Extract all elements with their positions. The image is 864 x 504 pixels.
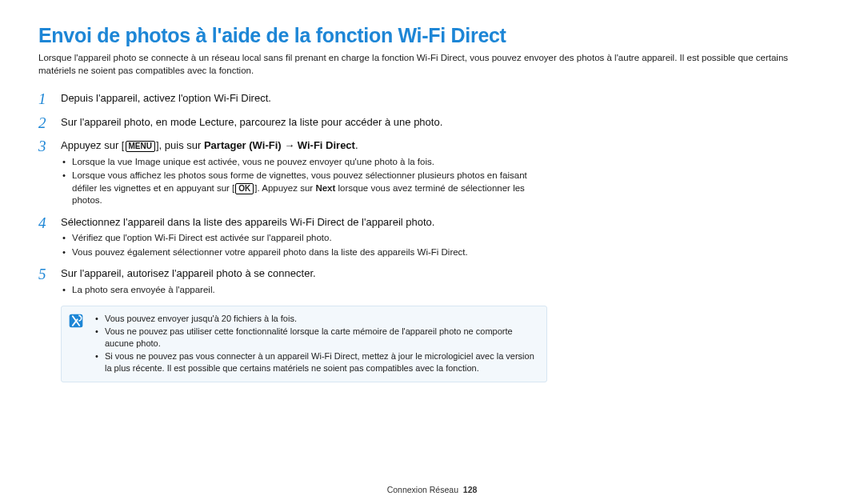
- step-body: Sélectionnez l'appareil dans la liste de…: [61, 215, 468, 261]
- text-fragment: .: [355, 139, 358, 151]
- step-number: 1: [38, 91, 61, 108]
- step-number: 5: [38, 266, 61, 283]
- step-text: Sélectionnez l'appareil dans la liste de…: [61, 215, 468, 230]
- manual-page: Envoi de photos à l'aide de la fonction …: [0, 0, 864, 504]
- step-body: Sur l'appareil, autorisez l'appareil pho…: [61, 266, 316, 298]
- note-item: Vous pouvez envoyer jusqu'à 20 fichiers …: [105, 313, 537, 325]
- step-number: 2: [38, 115, 61, 132]
- step-item: 2 Sur l'appareil photo, en mode Lecture,…: [38, 115, 550, 133]
- sub-bullet-list: Vérifiez que l'option Wi‑Fi Direct est a…: [61, 232, 468, 258]
- bold-text: Next: [315, 183, 335, 193]
- step-text: Sur l'appareil photo, en mode Lecture, p…: [61, 115, 442, 130]
- step-text: Appuyez sur [MENU], puis sur Partager (W…: [61, 138, 550, 153]
- step-item: 5 Sur l'appareil, autorisez l'appareil p…: [38, 266, 550, 298]
- text-fragment: ]. Appuyez sur: [254, 183, 315, 193]
- sub-bullet: Vous pouvez également sélectionner votre…: [72, 246, 468, 259]
- step-item: 3 Appuyez sur [MENU], puis sur Partager …: [38, 138, 550, 209]
- footer-section: Connexion Réseau: [387, 485, 458, 494]
- step-body: Depuis l'appareil, activez l'option Wi-F…: [61, 91, 271, 109]
- sub-bullet-list: La photo sera envoyée à l'appareil.: [61, 284, 316, 297]
- sub-bullet: Lorsque vous affichez les photos sous fo…: [72, 170, 550, 207]
- note-list: Vous pouvez envoyer jusqu'à 20 fichiers …: [94, 313, 537, 374]
- step-body: Sur l'appareil photo, en mode Lecture, p…: [61, 115, 442, 133]
- page-title: Envoi de photos à l'aide de la fonction …: [38, 24, 826, 47]
- page-footer: Connexion Réseau 128: [0, 485, 864, 494]
- note-item: Vous ne pouvez pas utiliser cette foncti…: [105, 326, 537, 350]
- step-list: 1 Depuis l'appareil, activez l'option Wi…: [38, 91, 550, 298]
- step-number: 3: [38, 138, 61, 155]
- sub-bullet-list: Lorsque la vue Image unique est activée,…: [61, 156, 550, 207]
- bold-text: Partager (Wi‑Fi) → Wi‑Fi Direct: [204, 139, 355, 151]
- note-item: Si vous ne pouvez pas vous connecter à u…: [105, 350, 537, 374]
- step-text: Depuis l'appareil, activez l'option Wi-F…: [61, 91, 271, 106]
- note-icon: [68, 313, 84, 329]
- ok-key-icon: OK: [235, 183, 254, 194]
- text-fragment: ], puis sur: [156, 139, 204, 151]
- step-item: 4 Sélectionnez l'appareil dans la liste …: [38, 215, 550, 261]
- step-text: Sur l'appareil, autorisez l'appareil pho…: [61, 266, 316, 281]
- text-fragment: Appuyez sur [: [61, 139, 125, 151]
- sub-bullet: Lorsque la vue Image unique est activée,…: [72, 156, 550, 169]
- step-body: Appuyez sur [MENU], puis sur Partager (W…: [61, 138, 550, 209]
- sub-bullet: La photo sera envoyée à l'appareil.: [72, 284, 316, 297]
- footer-page-number: 128: [463, 485, 478, 494]
- note-callout: Vous pouvez envoyer jusqu'à 20 fichiers …: [61, 306, 547, 382]
- step-item: 1 Depuis l'appareil, activez l'option Wi…: [38, 91, 550, 109]
- step-number: 4: [38, 215, 61, 232]
- menu-key-icon: MENU: [126, 141, 155, 152]
- intro-paragraph: Lorsque l'appareil photo se connecte à u…: [38, 52, 826, 77]
- sub-bullet: Vérifiez que l'option Wi‑Fi Direct est a…: [72, 232, 468, 245]
